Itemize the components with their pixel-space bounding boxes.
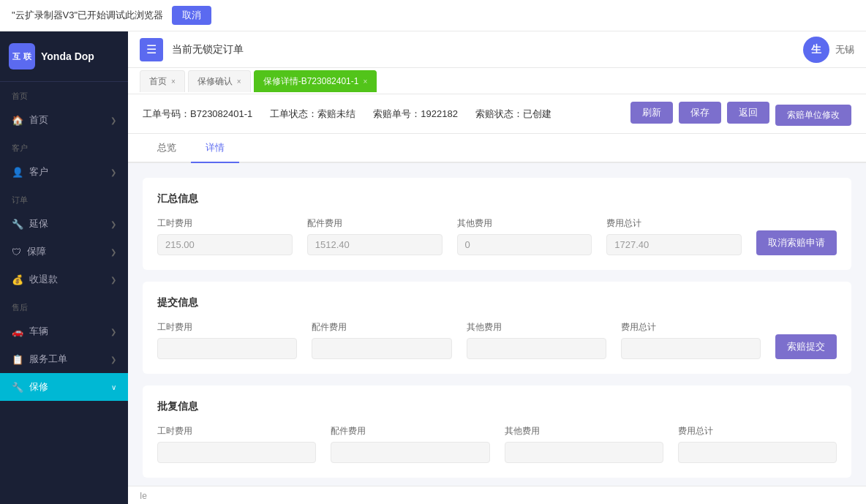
chevron-icon: ❯ xyxy=(110,276,116,284)
chevron-icon: ❯ xyxy=(110,220,116,228)
submit-total-cost: 费用总计 xyxy=(621,321,761,359)
sidebar-item-guarantee[interactable]: 🛡 保障 ❯ xyxy=(0,238,128,266)
total-cost-input[interactable] xyxy=(606,234,742,255)
reply-other-cost: 其他费用 xyxy=(505,425,663,463)
header-bar: ☰ 当前无锁定订单 生 无锡 xyxy=(128,31,866,68)
workorder-actions: 刷新 保存 返回 索赔单位修改 xyxy=(630,102,851,126)
refund-icon: 💰 xyxy=(12,274,23,285)
submit-parts-cost: 配件费用 xyxy=(312,321,451,359)
summary-title: 汇总信息 xyxy=(157,192,837,206)
content-area: 汇总信息 工时费用 配件费用 其他费用 费用总计 xyxy=(128,163,866,486)
sidebar-item-label: 服务工单 xyxy=(29,353,67,366)
tab-repair-confirm[interactable]: 保修确认 × xyxy=(188,70,251,92)
tab-repair-detail[interactable]: 保修详情-B723082401-1 × xyxy=(254,70,377,92)
main-content: ☰ 当前无锁定订单 生 无锡 首页 × 保修确认 × 保修详情-B7230824… xyxy=(128,31,866,504)
guarantee-icon: 🛡 xyxy=(12,247,21,257)
field-label: 费用总计 xyxy=(678,425,837,437)
refresh-button[interactable]: 刷新 xyxy=(630,102,673,124)
field-label: 费用总计 xyxy=(621,321,761,334)
repair-icon: 🔧 xyxy=(12,382,23,393)
tab-close-icon[interactable]: × xyxy=(171,78,176,86)
sidebar-item-warranty[interactable]: 🔧 延保 ❯ xyxy=(0,210,128,238)
menu-button[interactable]: ☰ xyxy=(140,38,163,61)
section-title-customer: 客户 xyxy=(0,134,128,158)
sidebar-item-label: 保障 xyxy=(27,245,46,258)
field-label: 工时费用 xyxy=(157,217,293,230)
submit-claim-button[interactable]: 索赔提交 xyxy=(775,334,837,359)
avatar: 生 xyxy=(803,37,829,63)
field-label: 其他费用 xyxy=(457,217,592,230)
sidebar-item-vehicle[interactable]: 🚗 车辆 ❯ xyxy=(0,317,128,345)
tab-label: 保修详情-B723082401-1 xyxy=(263,75,359,88)
sidebar-logo: 互 联 Yonda Dop xyxy=(0,31,128,82)
chevron-icon: ❯ xyxy=(110,116,116,124)
back-button[interactable]: 返回 xyxy=(727,102,769,124)
sidebar-item-service[interactable]: 📋 服务工单 ❯ xyxy=(0,345,128,373)
notif-text: "云扩录制器V3"已开始调试此浏览器 xyxy=(12,9,163,22)
sidebar-item-repair[interactable]: 🔧 保修 ∨ xyxy=(0,373,128,401)
field-label: 工时费用 xyxy=(157,425,316,437)
submit-labor-input[interactable] xyxy=(157,338,297,359)
reply-parts-input[interactable] xyxy=(331,442,489,463)
workorder-order-no: 工单号码：B723082401-1 xyxy=(143,108,252,121)
sidebar-item-label: 首页 xyxy=(29,113,48,127)
notif-cancel-button[interactable]: 取消 xyxy=(172,6,211,25)
parts-cost-input[interactable] xyxy=(307,234,443,255)
service-icon: 📋 xyxy=(12,354,23,365)
footer-bar: Ie xyxy=(128,486,866,504)
reply-fields-row: 工时费用 配件费用 其他费用 费用总计 xyxy=(157,425,837,463)
summary-other-cost: 其他费用 xyxy=(457,217,592,255)
reply-labor-cost: 工时费用 xyxy=(157,425,316,463)
notification-bar: "云扩录制器V3"已开始调试此浏览器 取消 xyxy=(0,0,866,31)
sidebar-item-home[interactable]: 🏠 首页 ❯ xyxy=(0,106,128,134)
logo-text: Yonda Dop xyxy=(41,50,94,62)
tab-home[interactable]: 首页 × xyxy=(140,70,185,92)
warranty-icon: 🔧 xyxy=(12,219,23,230)
sidebar-item-label: 客户 xyxy=(29,165,48,178)
field-label: 配件费用 xyxy=(307,217,443,230)
submit-parts-input[interactable] xyxy=(312,338,451,359)
labor-cost-input[interactable] xyxy=(157,234,293,255)
sidebar-item-customer[interactable]: 👤 客户 ❯ xyxy=(0,158,128,186)
sidebar-item-refund[interactable]: 💰 收退款 ❯ xyxy=(0,266,128,293)
customer-icon: 👤 xyxy=(12,167,23,178)
submit-other-input[interactable] xyxy=(467,338,606,359)
header-left: ☰ 当前无锁定订单 xyxy=(140,38,244,61)
reply-total-input[interactable] xyxy=(678,442,837,463)
chevron-icon: ❯ xyxy=(110,328,116,336)
header-title: 当前无锁定订单 xyxy=(172,43,244,56)
other-cost-input[interactable] xyxy=(457,234,592,255)
reply-labor-input[interactable] xyxy=(157,442,316,463)
summary-labor-cost: 工时费用 xyxy=(157,217,293,255)
tab-close-icon[interactable]: × xyxy=(363,78,367,86)
workorder-bar: 工单号码：B723082401-1 工单状态：索赔未结 索赔单号：1922182… xyxy=(128,94,866,134)
field-label: 配件费用 xyxy=(312,321,451,334)
section-title-home: 首页 xyxy=(0,82,128,106)
submit-other-cost: 其他费用 xyxy=(467,321,606,359)
submit-fields-row: 工时费用 配件费用 其他费用 费用总计 索赔提交 xyxy=(157,321,837,359)
reply-section: 批复信息 工时费用 配件费用 其他费用 费用总计 xyxy=(143,385,851,478)
modify-unit-button[interactable]: 索赔单位修改 xyxy=(775,105,851,126)
cancel-claim-button[interactable]: 取消索赔申请 xyxy=(756,230,837,255)
sub-tab-detail[interactable]: 详情 xyxy=(191,134,239,163)
sidebar-item-label: 收退款 xyxy=(29,273,58,286)
reply-other-input[interactable] xyxy=(505,442,663,463)
sub-tab-overview[interactable]: 总览 xyxy=(143,134,191,163)
field-label: 工时费用 xyxy=(157,321,297,334)
reply-parts-cost: 配件费用 xyxy=(331,425,489,463)
field-label: 其他费用 xyxy=(505,425,663,437)
field-label: 费用总计 xyxy=(606,217,742,230)
chevron-icon: ∨ xyxy=(111,383,116,391)
save-button[interactable]: 保存 xyxy=(679,102,721,124)
section-title-after-sale: 售后 xyxy=(0,293,128,317)
reply-title: 批复信息 xyxy=(157,400,837,413)
chevron-icon: ❯ xyxy=(110,248,116,256)
chevron-icon: ❯ xyxy=(110,168,116,176)
workorder-claim-status: 索赔状态：已创建 xyxy=(475,108,551,121)
summary-parts-cost: 配件费用 xyxy=(307,217,443,255)
tab-close-icon[interactable]: × xyxy=(237,78,241,86)
home-icon: 🏠 xyxy=(12,115,23,126)
submit-total-input[interactable] xyxy=(621,338,761,359)
tab-label: 保修确认 xyxy=(197,75,233,88)
sidebar-item-label: 车辆 xyxy=(29,325,48,338)
